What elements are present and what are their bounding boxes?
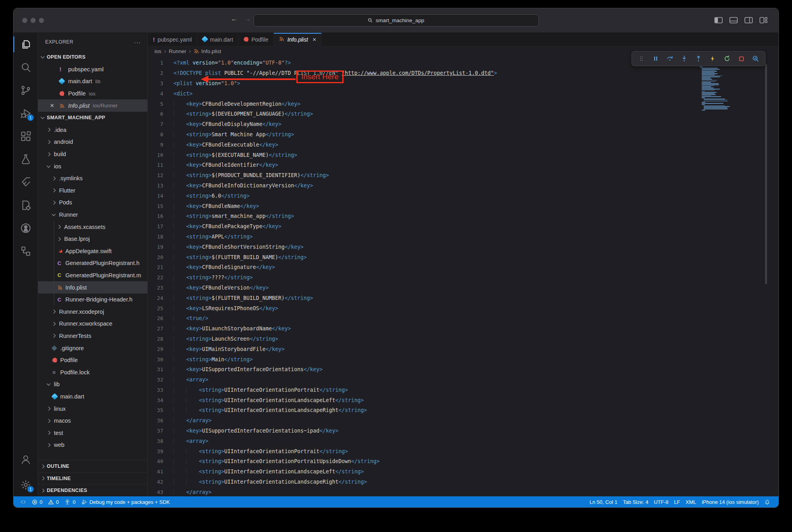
tree-item-Podfile[interactable]: Podfile [38,354,147,366]
code-line-2[interactable]: 2<!DOCTYPE plist PUBLIC "-//Apple//DTD P… [148,68,779,78]
code-line-40[interactable]: 40<string>UIInterfaceOrientationPortrait… [148,456,779,467]
tree-item-Base.lproj[interactable]: Base.lproj [38,233,147,245]
code-line-6[interactable]: 6<string>$(DEVELOPMENT_LANGUAGE)</string… [148,109,779,119]
code-line-18[interactable]: 18<string>APPL</string> [148,232,779,242]
status-notifications[interactable] [761,496,773,507]
line-number[interactable]: 28 [148,336,163,342]
tree-item-Info.plist[interactable]: Info.plist [38,281,147,294]
line-number[interactable]: 26 [148,315,163,321]
code-line-4[interactable]: 4<dict> [148,88,779,99]
line-number[interactable]: 22 [148,275,163,280]
code-line-16[interactable]: 16<string>smart_machine_app</string> [148,211,779,221]
code-line-36[interactable]: 36</array> [148,416,779,426]
tree-item-Podfile.lock[interactable]: ≡Podfile.lock [38,366,147,378]
line-number[interactable]: 8 [148,132,163,137]
debug-pause-icon[interactable] [650,53,661,64]
code-line-32[interactable]: 32<array> [148,375,779,385]
code-line-25[interactable]: 25<key>LSRequiresIPhoneOS</key> [148,303,779,313]
tree-item-main.dart[interactable]: main.dart [38,391,147,403]
debug-devtools-icon[interactable] [750,53,761,64]
line-number[interactable]: 34 [148,397,163,403]
code-line-21[interactable]: 21<key>CFBundleSignature</key> [148,262,779,273]
sidebar-section-timeline[interactable]: TIMELINE [38,472,147,484]
activity-bar-item-settings[interactable]: 1 [13,473,38,496]
code-line-29[interactable]: 29<key>UIMainStoryboardFile</key> [148,344,779,354]
status-device-selector[interactable]: iPhone 14 (ios simulator) [699,496,761,507]
line-number[interactable]: 29 [148,346,163,352]
tree-item-ios[interactable]: ios [38,160,147,172]
toggle-primary-sidebar-icon[interactable] [714,17,723,23]
tree-item-AppDelegate.swift[interactable]: AppDelegate.swift [38,245,147,257]
tab-main.dart[interactable]: main.dart [197,33,239,46]
line-number[interactable]: 21 [148,264,163,270]
tree-item-lib[interactable]: lib [38,378,147,391]
debug-hot-reload-icon[interactable] [707,53,718,64]
line-number[interactable]: 5 [148,101,163,107]
code-line-7[interactable]: 7<key>CFBundleDisplayName</key> [148,119,779,130]
activity-bar-item-flutter[interactable] [13,171,38,194]
line-number[interactable]: 10 [148,152,163,158]
tree-item-Pods[interactable]: Pods [38,196,147,209]
code-line-19[interactable]: 19<key>CFBundleShortVersionString</key> [148,242,779,252]
close-editor-icon[interactable]: ✕ [50,103,59,109]
open-editor-main.dart[interactable]: ✕main.dartlib [38,75,147,88]
tree-item-Runner.xcodeproj[interactable]: Runner.xcodeproj [38,305,147,318]
activity-bar-item-account[interactable] [13,448,38,471]
more-actions-icon[interactable]: ··· [134,39,141,46]
close-window-button[interactable] [22,18,27,23]
sidebar-section-dependencies[interactable]: DEPENDENCIES [38,484,147,496]
line-number[interactable]: 12 [148,172,163,178]
tree-item-GeneratedPluginRegistrant.h[interactable]: CGeneratedPluginRegistrant.h [38,257,147,269]
code-line-33[interactable]: 33<string>UIInterfaceOrientationPortrait… [148,385,779,395]
code-line-38[interactable]: 38<array> [148,436,779,446]
line-number[interactable]: 18 [148,234,163,240]
tab-Info.plist[interactable]: Info.plist✕ [274,33,322,46]
line-number[interactable]: 33 [148,387,163,393]
line-number[interactable]: 17 [148,223,163,229]
breadcrumb-item[interactable]: Runner [169,48,186,54]
line-number[interactable]: 30 [148,357,163,362]
navigate-forward-icon[interactable]: → [244,15,251,23]
tree-item-build[interactable]: build [38,148,147,160]
line-number[interactable]: 1 [148,60,163,66]
minimize-window-button[interactable] [31,18,36,23]
tree-item-linux[interactable]: linux [38,402,147,415]
tree-item-.gitignore[interactable]: .gitignore [38,342,147,354]
code-line-13[interactable]: 13<key>CFBundleInfoDictionaryVersion</ke… [148,181,779,191]
tree-item-Runner-Bridging-Header.h[interactable]: CRunner-Bridging-Header.h [38,294,147,306]
breadcrumb-file[interactable]: Info.plist [194,48,221,54]
code-line-24[interactable]: 24<string>$(FLUTTER_BUILD_NUMBER)</strin… [148,293,779,303]
line-number[interactable]: 25 [148,305,163,311]
debug-step-over-icon[interactable] [664,53,676,64]
code-line-23[interactable]: 23<key>CFBundleVersion</key> [148,283,779,293]
code-line-37[interactable]: 37<key>UISupportedInterfaceOrientations~… [148,426,779,436]
debug-stop-icon[interactable] [736,53,747,64]
line-number[interactable]: 4 [148,91,163,97]
line-number[interactable]: 43 [148,489,163,495]
code-line-34[interactable]: 34<string>UIInterfaceOrientationLandscap… [148,395,779,405]
tree-item-Flutter[interactable]: Flutter [38,185,147,197]
line-number[interactable]: 38 [148,438,163,444]
tree-item-GeneratedPluginRegistrant.m[interactable]: CGeneratedPluginRegistrant.m [38,269,147,282]
debug-grip-icon[interactable] [636,53,647,64]
project-root-header[interactable]: SMART_MACHINE_APP [38,112,147,124]
activity-bar-item-references[interactable] [13,240,38,263]
debug-step-into-icon[interactable] [679,53,690,64]
minimap[interactable] [700,63,757,111]
code-line-20[interactable]: 20<string>$(FLUTTER_BUILD_NAME)</string> [148,252,779,262]
toggle-secondary-sidebar-icon[interactable] [744,17,753,23]
line-number[interactable]: 20 [148,254,163,260]
tree-item-test[interactable]: test [38,427,147,439]
line-number[interactable]: 37 [148,428,163,434]
tree-item-.symlinks[interactable]: .symlinks [38,172,147,185]
activity-bar-item-source-control[interactable] [13,79,38,102]
line-number[interactable]: 35 [148,407,163,413]
command-center-search[interactable]: smart_machine_app [254,14,539,27]
code-line-9[interactable]: 9<key>CFBundleExecutable</key> [148,139,779,150]
open-editors-header[interactable]: OPEN EDITORS [38,51,147,63]
tree-item-Assets.xcassets[interactable]: Assets.xcassets [38,221,147,233]
navigate-back-icon[interactable]: ← [231,15,238,23]
code-line-5[interactable]: 5<key>CFBundleDevelopmentRegion</key> [148,99,779,109]
code-line-11[interactable]: 11<key>CFBundleIdentifier</key> [148,160,779,170]
status-indentation[interactable]: Tab Size: 4 [620,496,651,507]
